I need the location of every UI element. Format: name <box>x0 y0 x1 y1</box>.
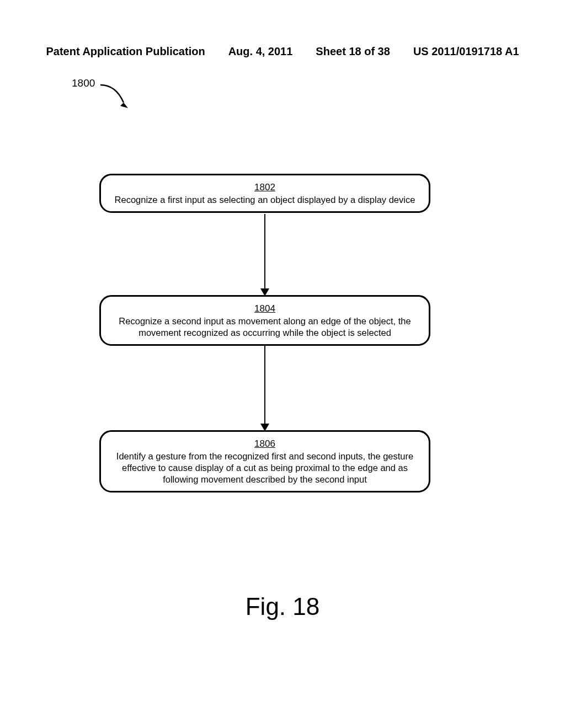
publication-type: Patent Application Publication <box>46 45 205 58</box>
step-text: Identify a gesture from the recognized f… <box>116 451 413 484</box>
flow-step-1806: 1806 Identify a gesture from the recogni… <box>99 430 430 493</box>
flow-step-1802: 1802 Recognize a first input as selectin… <box>99 174 430 213</box>
reference-label-1800: 1800 <box>72 77 95 89</box>
step-number: 1802 <box>111 182 419 193</box>
step-text: Recognize a second input as movement alo… <box>119 316 411 338</box>
page-header: Patent Application Publication Aug. 4, 2… <box>0 45 565 58</box>
page: Patent Application Publication Aug. 4, 2… <box>0 0 565 728</box>
publication-number: US 2011/0191718 A1 <box>413 45 519 58</box>
figure-label: Fig. 18 <box>0 593 565 620</box>
step-number: 1804 <box>111 303 419 314</box>
step-text: Recognize a first input as selecting an … <box>115 195 415 205</box>
sheet-number: Sheet 18 of 38 <box>316 45 390 58</box>
reference-pointer-arrow <box>99 84 132 111</box>
header-row: Patent Application Publication Aug. 4, 2… <box>0 45 565 58</box>
connector-line <box>264 214 265 292</box>
connector-line <box>264 345 265 427</box>
publication-date: Aug. 4, 2011 <box>228 45 293 58</box>
svg-marker-0 <box>120 103 128 108</box>
step-number: 1806 <box>111 438 419 449</box>
flow-step-1804: 1804 Recognize a second input as movemen… <box>99 295 430 346</box>
